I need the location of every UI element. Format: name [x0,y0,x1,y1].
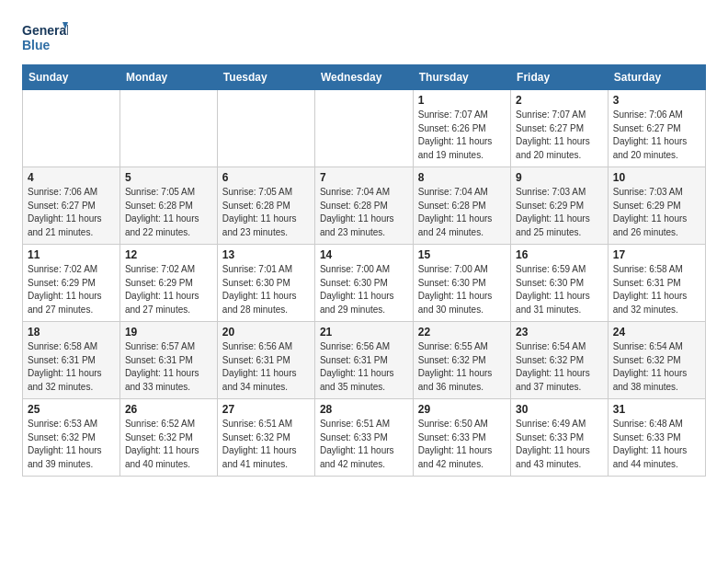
day-info: Sunrise: 7:04 AM Sunset: 6:28 PM Dayligh… [320,186,408,239]
calendar-cell [314,90,413,167]
day-number: 3 [613,94,700,107]
calendar-cell: 8Sunrise: 7:04 AM Sunset: 6:28 PM Daylig… [413,167,510,245]
day-number: 20 [222,326,310,339]
calendar-cell: 21Sunrise: 6:56 AM Sunset: 6:31 PM Dayli… [314,322,413,399]
day-info: Sunrise: 7:05 AM Sunset: 6:28 PM Dayligh… [222,186,310,239]
day-info: Sunrise: 7:00 AM Sunset: 6:30 PM Dayligh… [418,263,506,316]
calendar-cell: 16Sunrise: 6:59 AM Sunset: 6:30 PM Dayli… [511,245,609,322]
day-number: 24 [613,326,700,339]
day-info: Sunrise: 6:55 AM Sunset: 6:32 PM Dayligh… [418,340,506,394]
day-number: 10 [613,171,700,184]
week-row-5: 25Sunrise: 6:53 AM Sunset: 6:32 PM Dayli… [23,399,706,477]
svg-text:General: General [22,23,68,38]
day-number: 30 [516,403,603,416]
calendar-cell: 25Sunrise: 6:53 AM Sunset: 6:32 PM Dayli… [23,399,120,477]
day-info: Sunrise: 6:50 AM Sunset: 6:33 PM Dayligh… [418,418,506,471]
calendar-cell: 10Sunrise: 7:03 AM Sunset: 6:29 PM Dayli… [608,167,705,245]
day-number: 28 [320,403,408,416]
calendar-cell: 18Sunrise: 6:58 AM Sunset: 6:31 PM Dayli… [23,322,120,399]
day-info: Sunrise: 7:04 AM Sunset: 6:28 PM Dayligh… [418,186,506,239]
day-number: 6 [222,171,310,184]
header: General Blue [22,18,706,55]
calendar-cell: 11Sunrise: 7:02 AM Sunset: 6:29 PM Dayli… [23,245,120,322]
day-info: Sunrise: 6:59 AM Sunset: 6:30 PM Dayligh… [516,263,603,316]
day-info: Sunrise: 7:01 AM Sunset: 6:30 PM Dayligh… [222,263,310,316]
day-number: 25 [28,403,115,416]
calendar-cell: 5Sunrise: 7:05 AM Sunset: 6:28 PM Daylig… [119,167,217,245]
calendar-cell: 24Sunrise: 6:54 AM Sunset: 6:32 PM Dayli… [608,322,705,399]
calendar-cell [217,90,314,167]
calendar-table: SundayMondayTuesdayWednesdayThursdayFrid… [22,64,706,477]
day-info: Sunrise: 6:56 AM Sunset: 6:31 PM Dayligh… [320,340,408,394]
day-number: 31 [613,403,700,416]
day-info: Sunrise: 6:58 AM Sunset: 6:31 PM Dayligh… [613,263,700,316]
weekday-header-sunday: Sunday [23,65,120,90]
day-info: Sunrise: 7:02 AM Sunset: 6:29 PM Dayligh… [125,263,212,316]
calendar-cell: 2Sunrise: 7:07 AM Sunset: 6:27 PM Daylig… [511,90,609,167]
day-info: Sunrise: 6:57 AM Sunset: 6:31 PM Dayligh… [125,340,212,394]
logo: General Blue [22,18,68,55]
day-number: 23 [516,326,603,339]
day-info: Sunrise: 7:02 AM Sunset: 6:29 PM Dayligh… [28,263,115,316]
weekday-header-friday: Friday [511,65,609,90]
day-number: 27 [222,403,310,416]
day-number: 19 [125,326,212,339]
logo-svg: General Blue [22,18,68,55]
calendar-cell: 26Sunrise: 6:52 AM Sunset: 6:32 PM Dayli… [119,399,217,477]
day-number: 22 [418,326,506,339]
calendar-cell: 29Sunrise: 6:50 AM Sunset: 6:33 PM Dayli… [413,399,510,477]
day-number: 16 [516,248,603,261]
weekday-header-saturday: Saturday [608,65,705,90]
day-info: Sunrise: 6:51 AM Sunset: 6:33 PM Dayligh… [320,418,408,471]
weekday-header-monday: Monday [119,65,217,90]
day-info: Sunrise: 6:58 AM Sunset: 6:31 PM Dayligh… [28,340,115,394]
day-number: 5 [125,171,212,184]
day-number: 17 [613,248,700,261]
weekday-header-tuesday: Tuesday [217,65,314,90]
calendar-cell: 3Sunrise: 7:06 AM Sunset: 6:27 PM Daylig… [608,90,705,167]
day-number: 13 [222,248,310,261]
calendar-cell: 30Sunrise: 6:49 AM Sunset: 6:33 PM Dayli… [511,399,609,477]
day-info: Sunrise: 7:06 AM Sunset: 6:27 PM Dayligh… [28,186,115,239]
day-number: 7 [320,171,408,184]
calendar-cell: 1Sunrise: 7:07 AM Sunset: 6:26 PM Daylig… [413,90,510,167]
calendar-cell: 27Sunrise: 6:51 AM Sunset: 6:32 PM Dayli… [217,399,314,477]
calendar-cell: 17Sunrise: 6:58 AM Sunset: 6:31 PM Dayli… [608,245,705,322]
day-info: Sunrise: 6:56 AM Sunset: 6:31 PM Dayligh… [222,340,310,394]
calendar-cell: 12Sunrise: 7:02 AM Sunset: 6:29 PM Dayli… [119,245,217,322]
weekday-header-wednesday: Wednesday [314,65,413,90]
calendar-cell: 20Sunrise: 6:56 AM Sunset: 6:31 PM Dayli… [217,322,314,399]
day-number: 1 [418,94,506,107]
day-number: 12 [125,248,212,261]
day-info: Sunrise: 7:07 AM Sunset: 6:27 PM Dayligh… [516,109,603,162]
calendar-cell: 15Sunrise: 7:00 AM Sunset: 6:30 PM Dayli… [413,245,510,322]
day-info: Sunrise: 6:48 AM Sunset: 6:33 PM Dayligh… [613,418,700,471]
calendar-cell: 9Sunrise: 7:03 AM Sunset: 6:29 PM Daylig… [511,167,609,245]
day-number: 8 [418,171,506,184]
day-info: Sunrise: 6:54 AM Sunset: 6:32 PM Dayligh… [516,340,603,394]
calendar-cell: 7Sunrise: 7:04 AM Sunset: 6:28 PM Daylig… [314,167,413,245]
calendar-cell: 31Sunrise: 6:48 AM Sunset: 6:33 PM Dayli… [608,399,705,477]
day-info: Sunrise: 7:03 AM Sunset: 6:29 PM Dayligh… [613,186,700,239]
week-row-3: 11Sunrise: 7:02 AM Sunset: 6:29 PM Dayli… [23,245,706,322]
week-row-2: 4Sunrise: 7:06 AM Sunset: 6:27 PM Daylig… [23,167,706,245]
day-number: 29 [418,403,506,416]
calendar-cell [119,90,217,167]
calendar-cell: 13Sunrise: 7:01 AM Sunset: 6:30 PM Dayli… [217,245,314,322]
day-number: 2 [516,94,603,107]
day-info: Sunrise: 6:51 AM Sunset: 6:32 PM Dayligh… [222,418,310,471]
day-number: 26 [125,403,212,416]
day-number: 14 [320,248,408,261]
day-number: 11 [28,248,115,261]
day-info: Sunrise: 6:54 AM Sunset: 6:32 PM Dayligh… [613,340,700,394]
calendar-cell: 4Sunrise: 7:06 AM Sunset: 6:27 PM Daylig… [23,167,120,245]
day-info: Sunrise: 7:05 AM Sunset: 6:28 PM Dayligh… [125,186,212,239]
weekday-header-thursday: Thursday [413,65,510,90]
day-number: 9 [516,171,603,184]
calendar-cell: 14Sunrise: 7:00 AM Sunset: 6:30 PM Dayli… [314,245,413,322]
day-info: Sunrise: 6:49 AM Sunset: 6:33 PM Dayligh… [516,418,603,471]
day-info: Sunrise: 7:07 AM Sunset: 6:26 PM Dayligh… [418,109,506,162]
week-row-4: 18Sunrise: 6:58 AM Sunset: 6:31 PM Dayli… [23,322,706,399]
day-number: 18 [28,326,115,339]
day-info: Sunrise: 6:53 AM Sunset: 6:32 PM Dayligh… [28,418,115,471]
